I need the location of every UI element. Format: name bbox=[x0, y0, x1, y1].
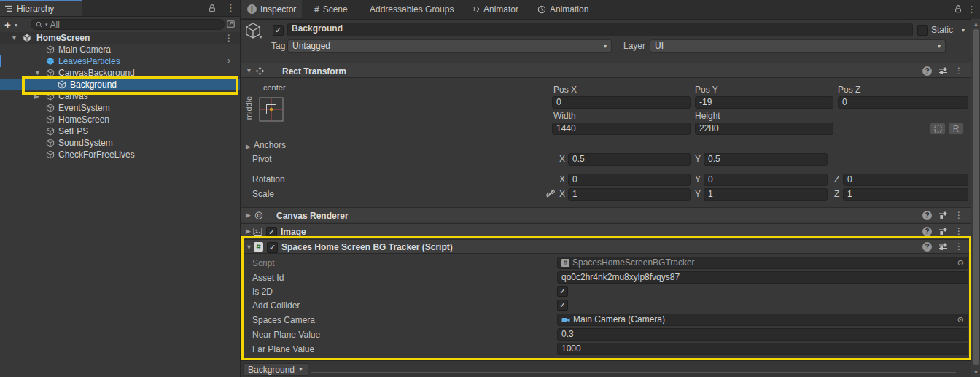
object-picker-icon[interactable]: ⊙ bbox=[957, 257, 964, 268]
axis-y-label: Y bbox=[695, 174, 701, 186]
presets-icon[interactable] bbox=[938, 242, 948, 251]
asset-id-field[interactable]: qo0c2hr4nk2mu8xylp8fvqys87 bbox=[557, 271, 968, 284]
tab-inspector[interactable]: i Inspector bbox=[241, 0, 302, 18]
hierarchy-item-setfps[interactable]: SetFPS bbox=[0, 125, 240, 137]
object-picker-icon[interactable]: ⊙ bbox=[957, 314, 964, 325]
gameobject-enabled-checkbox[interactable]: ✓ bbox=[273, 25, 284, 36]
component-menu-kebab-icon[interactable]: ⋮ bbox=[954, 241, 963, 252]
scrollbar-thumb[interactable] bbox=[973, 29, 979, 365]
hierarchy-item-homescreen-scene[interactable]: ▼ HomeScreen ⋮ bbox=[0, 32, 240, 44]
scroll-up-icon[interactable]: ▲ bbox=[971, 21, 980, 26]
scale-y-field[interactable]: 1 bbox=[704, 188, 828, 201]
foldout-closed-icon[interactable]: ▶ bbox=[246, 212, 251, 219]
tag-dropdown[interactable]: Untagged ▾ bbox=[287, 39, 612, 53]
axis-x-label: X bbox=[559, 174, 565, 186]
foldout-open-icon[interactable]: ▼ bbox=[246, 244, 252, 251]
is-2d-checkbox[interactable]: ✓ bbox=[557, 286, 568, 297]
scene-menu-kebab-icon[interactable]: ⋮ bbox=[225, 33, 233, 43]
prefab-open-arrow-icon[interactable]: › bbox=[228, 55, 230, 66]
foldout-open-icon[interactable]: ▼ bbox=[246, 68, 252, 74]
foldout-closed-icon[interactable]: ▶ bbox=[34, 90, 39, 102]
scale-x-field[interactable]: 1 bbox=[568, 188, 691, 201]
pivot-x-field[interactable]: 0.5 bbox=[568, 153, 691, 166]
hierarchy-item-homescreen[interactable]: HomeScreen bbox=[0, 114, 240, 125]
create-object-button[interactable]: + bbox=[4, 18, 11, 31]
hierarchy-item-canvas[interactable]: ▶ Canvas bbox=[0, 90, 240, 102]
blueprint-mode-button[interactable] bbox=[930, 123, 946, 135]
gameobject-cube-icon bbox=[46, 150, 55, 159]
gameobject-icon-dropdown-arrow-icon[interactable]: ▾ bbox=[260, 34, 262, 40]
component-menu-kebab-icon[interactable]: ⋮ bbox=[954, 210, 963, 220]
hierarchy-item-eventsystem[interactable]: EventSystem bbox=[0, 102, 240, 114]
rotation-x-field[interactable]: 0 bbox=[568, 174, 691, 186]
pos-y-field[interactable]: -19 bbox=[695, 96, 833, 109]
near-plane-field[interactable]: 0.3 bbox=[557, 328, 968, 341]
item-label: CheckForFreeLives bbox=[58, 149, 135, 160]
canvas-renderer-header[interactable]: ▶ ◎ Canvas Renderer ? ⋮ bbox=[241, 207, 971, 222]
hierarchy-item-leavesparticles[interactable]: LeavesParticles › bbox=[0, 55, 240, 67]
pos-x-field[interactable]: 0 bbox=[552, 96, 691, 109]
presets-icon[interactable] bbox=[938, 227, 948, 236]
anchor-preset-widget[interactable] bbox=[257, 96, 285, 123]
foldout-open-icon[interactable]: ▼ bbox=[11, 32, 18, 44]
hierarchy-item-checkforfreelives[interactable]: CheckForFreeLives bbox=[0, 149, 240, 160]
tab-scene[interactable]: # Scene bbox=[308, 0, 354, 18]
unlink-scale-icon[interactable] bbox=[545, 188, 556, 198]
script-component-header[interactable]: ▼ # ✓ Spaces Home Screen BG Tracker (Scr… bbox=[241, 239, 971, 254]
far-plane-field[interactable]: 1000 bbox=[557, 343, 968, 355]
help-icon[interactable]: ? bbox=[922, 66, 932, 76]
image-component-header[interactable]: ▶ ✓ Image ? ⋮ bbox=[241, 223, 971, 238]
inspector-menu-kebab-icon[interactable]: ⋮ bbox=[967, 4, 976, 14]
height-field[interactable]: 2280 bbox=[695, 123, 833, 135]
inspector-lock-icon[interactable] bbox=[954, 4, 962, 14]
resize-grip[interactable] bbox=[311, 368, 956, 373]
hierarchy-item-soundsystem[interactable]: SoundSystem bbox=[0, 137, 240, 149]
script-object-field[interactable]: # SpacesHomeScreenBGTracker ⊙ bbox=[557, 257, 968, 269]
hierarchy-lock-icon[interactable] bbox=[208, 4, 217, 13]
static-checkbox[interactable] bbox=[917, 25, 928, 36]
help-icon[interactable]: ? bbox=[922, 242, 932, 252]
help-icon[interactable]: ? bbox=[922, 211, 932, 220]
rotation-y-field[interactable]: 0 bbox=[704, 174, 828, 186]
hierarchy-item-main-camera[interactable]: Main Camera bbox=[0, 44, 240, 55]
inspector-scrollbar[interactable]: ▲ ▼ bbox=[971, 19, 980, 377]
foldout-open-icon[interactable]: ▼ bbox=[34, 67, 41, 79]
spaces-camera-object-field[interactable]: Main Camera (Camera) ⊙ bbox=[557, 314, 968, 326]
presets-icon[interactable] bbox=[938, 211, 948, 219]
asset-bundle-dropdown[interactable]: Background ▼ bbox=[243, 363, 308, 376]
raw-edit-mode-button[interactable]: R bbox=[948, 123, 964, 135]
tab-animator[interactable]: Animator bbox=[464, 0, 524, 18]
pivot-y-field[interactable]: 0.5 bbox=[704, 153, 828, 166]
presets-icon[interactable] bbox=[938, 66, 948, 75]
width-field[interactable]: 1440 bbox=[552, 123, 691, 135]
component-menu-kebab-icon[interactable]: ⋮ bbox=[954, 226, 963, 236]
pos-z-field[interactable]: 0 bbox=[838, 96, 968, 109]
hierarchy-item-background[interactable]: Background bbox=[0, 79, 240, 90]
scroll-down-icon[interactable]: ▼ bbox=[971, 370, 980, 375]
tab-label: Animation bbox=[550, 4, 588, 15]
tab-hierarchy[interactable]: Hierarchy bbox=[0, 0, 82, 16]
image-enabled-checkbox[interactable]: ✓ bbox=[266, 227, 277, 238]
scene-icon bbox=[23, 34, 31, 42]
foldout-closed-icon[interactable]: ▶ bbox=[246, 228, 251, 235]
pos-y-label: Pos Y bbox=[695, 85, 718, 96]
component-menu-kebab-icon[interactable]: ⋮ bbox=[954, 66, 963, 76]
anchors-foldout-closed-icon[interactable]: ▶ bbox=[246, 143, 251, 150]
rotation-z-field[interactable]: 0 bbox=[843, 174, 968, 186]
gameobject-name-field[interactable]: Background bbox=[287, 23, 913, 36]
popout-window-icon[interactable] bbox=[226, 19, 236, 28]
tab-animation[interactable]: Animation bbox=[532, 0, 594, 18]
scale-z-field[interactable]: 1 bbox=[843, 188, 968, 201]
anchors-label[interactable]: Anchors bbox=[254, 140, 286, 151]
layer-dropdown[interactable]: UI ▾ bbox=[650, 39, 946, 53]
help-icon[interactable]: ? bbox=[922, 227, 932, 236]
script-enabled-checkbox[interactable]: ✓ bbox=[267, 242, 278, 253]
static-dropdown-arrow-icon[interactable]: ▾ bbox=[962, 27, 965, 34]
hierarchy-search-input[interactable]: ▾ All bbox=[31, 19, 225, 30]
hierarchy-item-canvasbackground[interactable]: ▼ CanvasBackground bbox=[0, 67, 240, 79]
tab-addressables-groups[interactable]: Addressables Groups bbox=[364, 0, 459, 18]
hierarchy-menu-kebab-icon[interactable]: ⋮ bbox=[226, 3, 236, 12]
add-collider-checkbox[interactable]: ✓ bbox=[557, 300, 568, 311]
create-object-dropdown-arrow-icon[interactable]: ▾ bbox=[15, 22, 18, 28]
rect-transform-header[interactable]: ▼ Rect Transform ? ⋮ bbox=[241, 63, 971, 78]
